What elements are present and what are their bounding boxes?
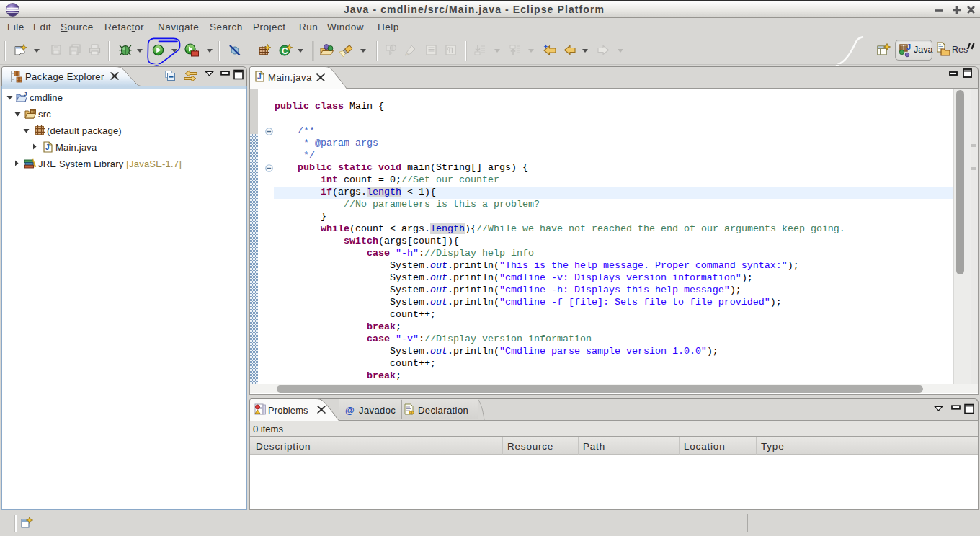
svg-text:J: J	[257, 73, 262, 81]
svg-text:J: J	[906, 43, 911, 51]
